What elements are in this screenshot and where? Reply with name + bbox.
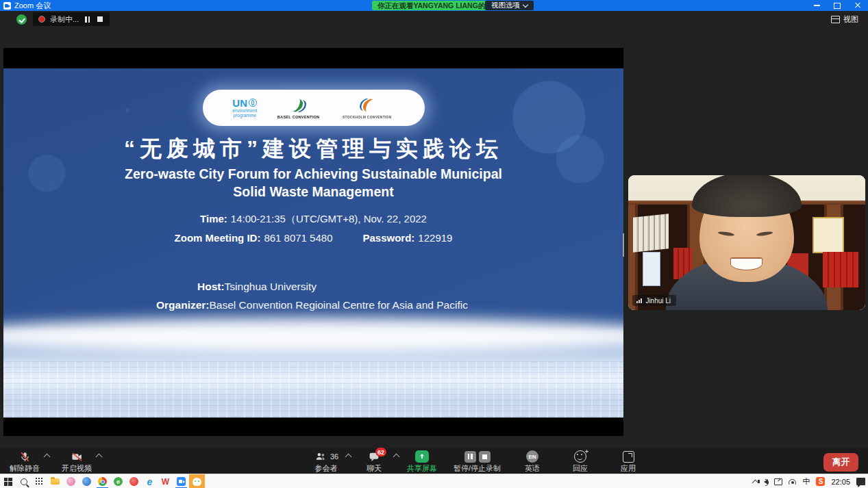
meeting-id-value: 861 8071 5480 [264, 232, 332, 244]
ime-language-indicator[interactable]: 中 [802, 476, 810, 487]
slide-title-en-line1: Zero-waste City Forum for Achieving Sust… [3, 165, 623, 183]
shared-screen: UN environment programme BASEL CONVENTIO… [3, 48, 623, 436]
microphone-muted-icon [19, 451, 31, 463]
meeting-id-label: Zoom Meeting ID: [175, 232, 261, 244]
window-controls [806, 0, 868, 11]
host-value: Tsinghua University [225, 281, 317, 292]
basel-convention-logo: BASEL CONVENTION [277, 97, 320, 120]
recording-label: 录制中... [50, 14, 79, 25]
books [633, 214, 669, 253]
chrome-icon [98, 477, 107, 486]
stop-icon [479, 451, 491, 463]
time-value: 14:00-21:35（UTC/GMT+8), Nov. 22, 2022 [231, 213, 427, 224]
red-app-icon [129, 477, 138, 486]
participants-chevron[interactable] [345, 454, 352, 461]
chat-label: 聊天 [367, 463, 382, 474]
green-browser-icon: e [114, 477, 123, 486]
zoom-app-icon [3, 2, 11, 10]
share-screen-button[interactable]: 共享屏幕 [406, 450, 438, 474]
organizer-label: Organizer: [156, 299, 210, 311]
participant-video-tile[interactable]: Jinhui Li [628, 175, 865, 310]
close-button[interactable] [847, 0, 868, 11]
stop-recording-button[interactable] [96, 15, 104, 23]
apps-icon [623, 451, 634, 463]
folder-icon [51, 478, 60, 485]
wechat-button[interactable] [189, 474, 205, 488]
organizer-line: Organizer:Basel Convention Regioinal Cen… [156, 296, 468, 314]
blue-app-icon [82, 477, 91, 486]
view-button-label: 视图 [843, 14, 858, 25]
books [823, 252, 858, 287]
internet-explorer-button[interactable]: e [142, 474, 158, 488]
view-options-label: 视图选项 [491, 1, 520, 10]
interpretation-en-icon: EN [526, 450, 538, 463]
ie-icon: e [147, 476, 153, 487]
windows-taskbar: e e W 中 S 22:05 [0, 474, 868, 488]
view-button[interactable]: 视图 [827, 14, 863, 25]
presentation-slide: UN environment programme BASEL CONVENTIO… [3, 68, 623, 418]
chrome-button[interactable] [95, 474, 110, 488]
meeting-toolbar: 解除静音 开启视频 [0, 448, 868, 474]
system-tray: 中 S 22:05 [753, 474, 865, 488]
titlebar-left: Zoom 会议 [3, 0, 51, 11]
participants-button[interactable]: 36 参会者 [310, 450, 343, 474]
window-titlebar: Zoom 会议 你正在观看YANGYANG LIANG的屏幕 视图选项 [0, 0, 868, 11]
participants-icon [314, 451, 327, 463]
record-label: 暂停/停止录制 [454, 463, 501, 474]
organizer-value: Basel Convention Regioinal Centre for As… [210, 299, 468, 311]
chat-unread-badge: 62 [375, 448, 386, 457]
chat-chevron[interactable] [393, 454, 400, 461]
host-label: Host: [197, 281, 225, 292]
maximize-icon [834, 3, 841, 9]
browser-360-button[interactable]: e [110, 474, 126, 488]
zoom-taskbar-button[interactable] [173, 474, 189, 488]
password-label: Password: [363, 232, 415, 244]
start-button[interactable] [0, 474, 16, 488]
sogou-input-icon[interactable]: S [816, 477, 825, 486]
taskbar-app-blue[interactable] [79, 474, 95, 488]
slide-title-zh: “无废城市”建设管理与实践论坛 [3, 134, 623, 164]
slide-meeting-line: Zoom Meeting ID:861 8071 5480Password:12… [3, 232, 623, 244]
leave-meeting-button[interactable]: 离开 [823, 453, 858, 472]
unep-logo: UN environment programme [232, 98, 257, 118]
zoom-taskbar-icon [177, 477, 186, 486]
taskbar-clock[interactable]: 22:05 [831, 478, 850, 486]
participant-name: Jinhui Li [645, 297, 671, 305]
minimize-button[interactable] [806, 0, 827, 11]
reactions-label: 回应 [573, 463, 588, 474]
participants-count: 36 [330, 452, 338, 461]
taskbar-search-button[interactable] [16, 474, 32, 488]
task-view-button[interactable] [32, 474, 47, 488]
security-shield-icon[interactable] [16, 14, 27, 25]
pause-stop-recording-button[interactable]: 暂停/停止录制 [454, 450, 501, 474]
view-options-button[interactable]: 视图选项 [485, 1, 534, 10]
unmute-button[interactable]: 解除静音 [8, 450, 41, 474]
pen-input-icon[interactable] [774, 478, 782, 485]
share-screen-label: 共享屏幕 [407, 463, 437, 474]
wps-office-button[interactable]: W [158, 474, 173, 488]
network-icon[interactable] [789, 479, 796, 485]
audio-options-chevron[interactable] [44, 454, 51, 461]
speaker-icon[interactable] [764, 479, 768, 485]
reactions-button[interactable]: + 回应 [564, 450, 597, 474]
chat-button[interactable]: 聊天 62 [358, 450, 390, 474]
interpretation-button[interactable]: EN 英语 [516, 450, 549, 474]
taskbar-app-pink[interactable] [63, 474, 79, 488]
taskbar-app-red[interactable] [126, 474, 142, 488]
chevron-down-icon [523, 2, 528, 8]
slide-title-en: Zero-waste City Forum for Achieving Sust… [3, 165, 623, 201]
cityscape-image [3, 327, 623, 418]
start-video-button[interactable]: 开启视频 [60, 450, 93, 474]
slide-host-organizer: Host:Tsinghua University Organizer:Basel… [156, 277, 468, 314]
host-line: Host:Tsinghua University [197, 277, 468, 296]
video-options-chevron[interactable] [96, 454, 103, 461]
maximize-button[interactable] [827, 0, 847, 11]
pause-recording-button[interactable] [84, 15, 91, 24]
share-screen-icon [415, 450, 429, 463]
apps-button[interactable]: 应用 [612, 450, 645, 474]
camera-off-icon [71, 451, 84, 463]
file-explorer-button[interactable] [47, 474, 63, 488]
apps-label: 应用 [621, 463, 636, 474]
action-center-icon[interactable] [856, 478, 865, 485]
windows-logo-icon [4, 478, 12, 486]
